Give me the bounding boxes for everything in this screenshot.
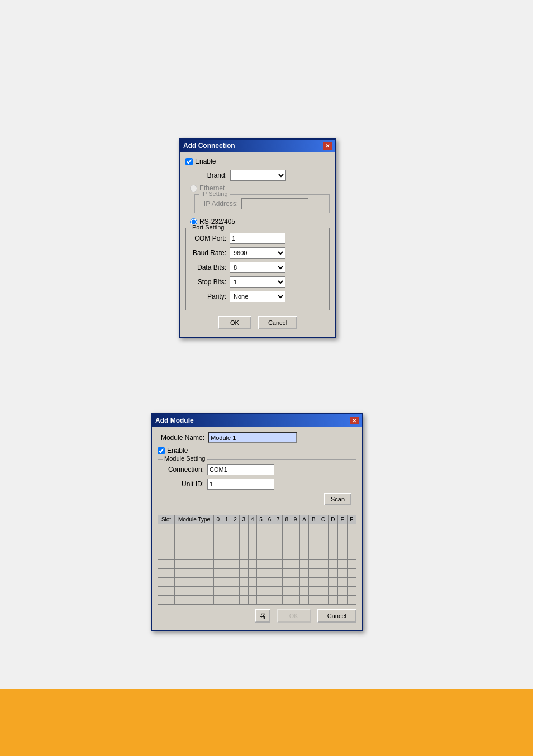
module-name-row: Module Name: (158, 432, 356, 443)
com-port-input[interactable] (230, 233, 285, 244)
stop-bits-label: Stop Bits: (191, 278, 230, 286)
table-row (158, 578, 356, 587)
ip-setting-group: IP Setting IP Address: (194, 194, 330, 213)
col-slot: Slot (158, 515, 175, 524)
brand-select[interactable] (230, 170, 286, 181)
table-row (158, 596, 356, 605)
parity-label: Parity: (191, 293, 230, 300)
table-row (158, 560, 356, 569)
data-bits-row: Data Bits: 5 6 7 8 (191, 262, 325, 273)
com-port-label: COM Port: (191, 235, 230, 242)
add-connection-title: Add Connection (183, 142, 235, 150)
add-connection-titlebar: Add Connection ✕ (180, 140, 335, 152)
add-module-body: Module Name: Enable Module Setting Conne… (152, 427, 362, 630)
enable-row: Enable (185, 157, 330, 165)
col-8: 8 (283, 515, 291, 524)
module-table: Slot Module Type 0 1 2 3 4 5 6 7 8 9 A B… (158, 515, 356, 605)
col-E: E (338, 515, 348, 524)
table-row (158, 533, 356, 542)
brand-row: Brand: (185, 170, 330, 181)
col-5: 5 (256, 515, 265, 524)
add-connection-ok-btn[interactable]: OK (218, 316, 251, 329)
add-connection-body: Enable Brand: Ethernet IP Setting IP Add… (180, 152, 335, 337)
col-A: A (299, 515, 309, 524)
col-D: D (328, 515, 337, 524)
stop-bits-row: Stop Bits: 1 2 (191, 276, 325, 288)
module-enable-label: Enable (167, 447, 188, 454)
add-module-ok-btn[interactable]: OK (277, 609, 311, 623)
module-name-input[interactable] (208, 432, 297, 443)
parity-select[interactable]: None Odd Even Mark Space (230, 291, 285, 302)
module-enable-row: Enable (158, 447, 356, 454)
col-9: 9 (291, 515, 299, 524)
orange-band (0, 689, 533, 756)
ip-address-label: IP Address: (199, 200, 241, 208)
ethernet-radio[interactable] (190, 185, 197, 192)
unit-id-row: Unit ID: (163, 479, 351, 490)
col-0: 0 (214, 515, 222, 524)
col-7: 7 (274, 515, 282, 524)
module-name-label: Module Name: (158, 434, 208, 442)
brand-label: Brand: (185, 171, 230, 179)
baud-rate-row: Baud Rate: 9600 19200 38400 57600 115200 (191, 247, 325, 259)
scan-btn-container: Scan (163, 493, 351, 505)
data-bits-label: Data Bits: (191, 264, 230, 271)
col-2: 2 (231, 515, 239, 524)
baud-rate-select[interactable]: 9600 19200 38400 57600 115200 (230, 247, 285, 259)
add-module-dialog: Add Module ✕ Module Name: Enable Module … (151, 413, 363, 631)
unit-id-input[interactable] (207, 479, 274, 490)
scan-btn[interactable]: Scan (324, 493, 351, 505)
ip-setting-title: IP Setting (199, 190, 230, 197)
module-setting-group: Module Setting Connection: Unit ID: Scan (158, 459, 356, 510)
stop-bits-select[interactable]: 1 2 (230, 276, 285, 288)
parity-row: Parity: None Odd Even Mark Space (191, 291, 325, 302)
ip-address-input[interactable] (241, 198, 308, 209)
col-C: C (318, 515, 328, 524)
col-F: F (347, 515, 356, 524)
col-3: 3 (240, 515, 248, 524)
add-module-titlebar: Add Module ✕ (152, 414, 362, 427)
module-setting-title: Module Setting (163, 455, 207, 462)
add-connection-dialog: Add Connection ✕ Enable Brand: Ethernet … (179, 138, 336, 338)
col-4: 4 (248, 515, 256, 524)
module-enable-checkbox[interactable] (158, 447, 165, 454)
port-setting-title: Port Setting (191, 224, 226, 231)
add-module-btn-row: 🖨 OK Cancel (158, 609, 356, 625)
col-6: 6 (265, 515, 274, 524)
connection-row: Connection: (163, 464, 351, 475)
connection-input[interactable] (207, 464, 274, 475)
unit-id-label: Unit ID: (163, 480, 207, 488)
col-1: 1 (222, 515, 231, 524)
print-btn[interactable]: 🖨 (255, 609, 270, 623)
table-row (158, 551, 356, 560)
add-module-cancel-btn[interactable]: Cancel (317, 609, 356, 623)
baud-rate-label: Baud Rate: (191, 249, 230, 257)
table-row (158, 569, 356, 578)
add-module-close-btn[interactable]: ✕ (350, 417, 359, 424)
add-module-title: Add Module (155, 417, 194, 424)
table-row (158, 587, 356, 596)
enable-checkbox[interactable] (185, 158, 193, 165)
com-port-row: COM Port: (191, 233, 325, 244)
table-row (158, 524, 356, 533)
add-connection-cancel-btn[interactable]: Cancel (258, 316, 297, 329)
ip-address-row: IP Address: (199, 198, 325, 209)
add-connection-btn-row: OK Cancel (185, 316, 330, 332)
add-connection-close-btn[interactable]: ✕ (323, 142, 332, 150)
table-row (158, 542, 356, 551)
printer-icon: 🖨 (259, 612, 266, 620)
port-setting-group: Port Setting COM Port: Baud Rate: 9600 1… (185, 228, 330, 310)
connection-label: Connection: (163, 466, 207, 473)
enable-label: Enable (195, 157, 216, 165)
col-module-type: Module Type (175, 515, 214, 524)
data-bits-select[interactable]: 5 6 7 8 (230, 262, 285, 273)
col-B: B (309, 515, 318, 524)
